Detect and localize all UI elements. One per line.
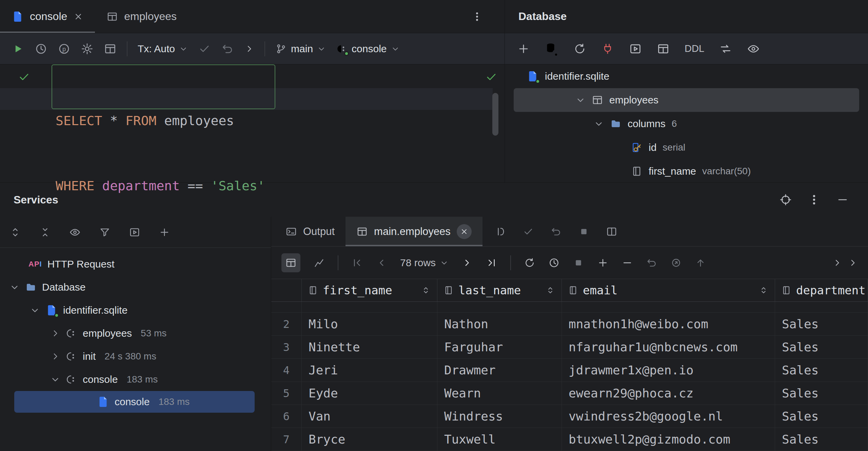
- grid-cell[interactable]: nfarguhar1u@nbcnews.com: [562, 336, 775, 358]
- column-header-email[interactable]: email: [562, 279, 775, 301]
- refresh-icon[interactable]: [573, 42, 586, 55]
- branch-dropdown[interactable]: main: [275, 43, 326, 55]
- kebab-menu-icon[interactable]: [471, 11, 483, 22]
- disconnect-icon[interactable]: [601, 42, 614, 55]
- table-row[interactable]: 3 Ninette Farguhar nfarguhar1u@nbcnews.c…: [271, 336, 868, 359]
- grid-cell[interactable]: Van: [302, 405, 437, 428]
- grid-cell[interactable]: Bryce: [302, 428, 437, 451]
- sql-editor[interactable]: SELECT * FROM employees WHERE department…: [0, 64, 505, 182]
- tx-mode-dropdown[interactable]: Tx: Auto: [138, 43, 188, 55]
- expand-all-icon[interactable]: [9, 227, 21, 238]
- chevron-right-icon[interactable]: [848, 258, 858, 268]
- row-number[interactable]: 6: [271, 405, 302, 428]
- rollback-icon[interactable]: [221, 42, 234, 55]
- column-header-department[interactable]: department: [775, 279, 868, 301]
- run-icon[interactable]: [12, 42, 24, 55]
- tree-item-database-group[interactable]: Database: [0, 276, 271, 299]
- next-page-icon[interactable]: [461, 257, 473, 269]
- session-dropdown[interactable]: console: [336, 43, 399, 55]
- grid-cell[interactable]: mnathon1h@weibo.com: [562, 313, 775, 335]
- history-icon[interactable]: [35, 42, 47, 55]
- table-row[interactable]: 5 Eyde Wearn ewearn29@phoca.cz Sales: [271, 382, 868, 405]
- column-header-first-name[interactable]: first_name: [302, 279, 437, 301]
- chevron-down-icon[interactable]: [30, 305, 40, 315]
- tree-item-employees-table[interactable]: employees: [514, 88, 859, 112]
- parameters-icon[interactable]: [495, 226, 506, 237]
- tree-item-session-console[interactable]: console 183 ms: [0, 368, 271, 391]
- auto-refresh-clock-icon[interactable]: [548, 257, 560, 269]
- grid-cell[interactable]: jdrawmer1x@pen.io: [562, 359, 775, 381]
- navigate-crosshair-icon[interactable]: [779, 193, 792, 206]
- reload-icon[interactable]: [524, 257, 535, 269]
- preview-eye-icon[interactable]: [747, 42, 760, 55]
- table-row[interactable]: 2 Milo Nathon mnathon1h@weibo.com Sales: [271, 313, 868, 336]
- navigate-ddl-icon[interactable]: [719, 42, 732, 55]
- commit-icon[interactable]: [198, 42, 211, 55]
- tab-main-employees[interactable]: main.employees: [346, 217, 482, 246]
- grid-cell[interactable]: Nathon: [437, 313, 562, 335]
- sort-icon[interactable]: [758, 285, 769, 295]
- settings-gear-icon[interactable]: [81, 42, 94, 55]
- rollback-icon[interactable]: [550, 226, 562, 237]
- grid-cell[interactable]: btuxwell2p@gizmodo.com: [562, 428, 775, 451]
- grid-cell[interactable]: Windress: [437, 405, 562, 428]
- grid-cell[interactable]: [775, 302, 868, 312]
- close-icon[interactable]: [73, 12, 83, 22]
- chart-view-icon[interactable]: [313, 257, 325, 269]
- row-number[interactable]: 3: [271, 336, 302, 358]
- close-tab-button[interactable]: [457, 224, 472, 239]
- page-size-dropdown[interactable]: 78 rows: [400, 257, 449, 269]
- revert-icon[interactable]: [646, 257, 657, 269]
- grid-cell[interactable]: Sales: [775, 428, 868, 451]
- grid-cell[interactable]: Ninette: [302, 336, 437, 358]
- tree-item-column-first-name[interactable]: first_name varchar(50): [505, 159, 868, 182]
- resolve-icon[interactable]: [670, 257, 682, 269]
- tree-item-datasource[interactable]: identifier.sqlite: [0, 299, 271, 322]
- table-row-partial[interactable]: [271, 302, 868, 313]
- add-row-icon[interactable]: [597, 257, 609, 269]
- row-number[interactable]: 4: [271, 359, 302, 381]
- row-number[interactable]: 7: [271, 428, 302, 451]
- delete-row-icon[interactable]: [622, 257, 633, 269]
- query-console-icon[interactable]: [629, 42, 642, 55]
- sort-icon[interactable]: [421, 285, 431, 295]
- grid-cell[interactable]: Tuxwell: [437, 428, 562, 451]
- tab-output[interactable]: Output: [275, 217, 346, 246]
- split-view-icon[interactable]: [606, 226, 617, 237]
- grid-cell[interactable]: Wearn: [437, 382, 562, 405]
- grid-cell[interactable]: Sales: [775, 313, 868, 335]
- last-page-icon[interactable]: [486, 257, 497, 269]
- chevron-down-icon[interactable]: [575, 95, 586, 105]
- ddl-button[interactable]: DDL: [685, 43, 704, 54]
- grid-cell[interactable]: ewearn29@phoca.cz: [562, 382, 775, 405]
- minimize-icon[interactable]: [836, 193, 849, 206]
- submit-icon[interactable]: [695, 257, 706, 269]
- kebab-menu-icon[interactable]: [808, 193, 821, 206]
- row-number[interactable]: 5: [271, 382, 302, 405]
- table-row[interactable]: 7 Bryce Tuxwell btuxwell2p@gizmodo.com S…: [271, 428, 868, 451]
- table-row[interactable]: 4 Jeri Drawmer jdrawmer1x@pen.io Sales: [271, 359, 868, 382]
- grid-cell[interactable]: Eyde: [302, 382, 437, 405]
- collapse-all-icon[interactable]: [39, 227, 51, 238]
- chevron-right-icon[interactable]: [50, 328, 60, 338]
- chevron-down-icon[interactable]: [9, 282, 20, 292]
- datasource-properties-icon[interactable]: [545, 42, 558, 56]
- grid-cell[interactable]: [437, 302, 562, 312]
- grid-view-icon[interactable]: [281, 253, 300, 272]
- commit-icon[interactable]: [522, 226, 534, 237]
- first-page-icon[interactable]: [351, 257, 363, 269]
- previous-page-icon[interactable]: [376, 257, 387, 269]
- tree-item-column-id[interactable]: id serial: [505, 136, 868, 159]
- grid-cell[interactable]: Jeri: [302, 359, 437, 381]
- view-as-table-icon[interactable]: [104, 42, 117, 55]
- stop-icon[interactable]: [578, 226, 590, 237]
- grid-cell[interactable]: Drawmer: [437, 359, 562, 381]
- editor-scrollbar[interactable]: [492, 93, 498, 136]
- tree-item-datasource[interactable]: identifier.sqlite: [505, 64, 868, 88]
- tree-item-session-employees[interactable]: employees 53 ms: [0, 322, 271, 345]
- table-icon[interactable]: [657, 42, 670, 55]
- tab-console[interactable]: console: [0, 0, 95, 33]
- explain-plan-icon[interactable]: [58, 42, 71, 55]
- grid-cell[interactable]: Sales: [775, 382, 868, 405]
- grid-cell[interactable]: [302, 302, 437, 312]
